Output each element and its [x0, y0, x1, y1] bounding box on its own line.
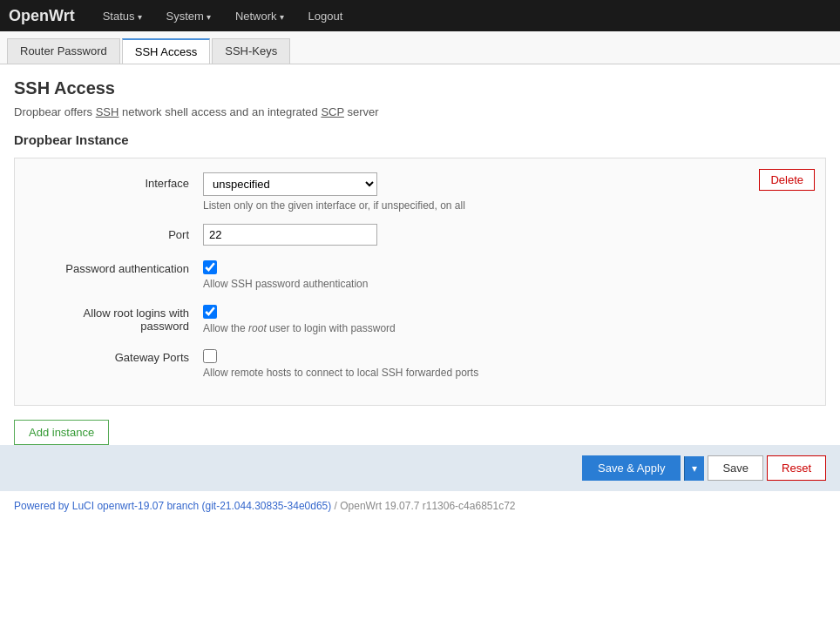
nav-item-status[interactable]: Status▾: [92, 3, 152, 30]
page-description: Dropbear offers SSH network shell access…: [14, 105, 826, 118]
gateway-ports-hint: Allow remote hosts to connect to local S…: [203, 367, 478, 379]
navbar: OpenWrt Status▾ System▾ Network▾ Logout: [0, 0, 840, 31]
brand-name: OpenWrt: [9, 7, 75, 24]
root-login-checkbox[interactable]: [203, 305, 217, 319]
nav-link-logout[interactable]: Logout: [298, 3, 354, 30]
password-auth-hint: Allow SSH password authentication: [203, 278, 368, 290]
nav-menu: Status▾ System▾ Network▾ Logout: [92, 3, 354, 30]
nav-item-network[interactable]: Network▾: [225, 3, 295, 30]
delete-button[interactable]: Delete: [759, 169, 815, 191]
gateway-ports-row: Gateway Ports Allow remote hosts to conn…: [29, 347, 811, 379]
root-italic: root: [248, 322, 267, 334]
dropbear-instance-form: Delete Interface unspecified loopback la…: [14, 158, 826, 406]
port-row: Port: [29, 224, 811, 246]
save-button[interactable]: Save: [708, 455, 763, 481]
password-auth-field: Allow SSH password authentication: [203, 258, 368, 290]
nav-item-logout[interactable]: Logout: [298, 3, 354, 30]
save-apply-dropdown-button[interactable]: ▾: [684, 456, 704, 481]
section-title: Dropbear Instance: [14, 132, 826, 147]
password-auth-checkbox[interactable]: [203, 260, 217, 274]
password-auth-row: Password authentication Allow SSH passwo…: [29, 258, 811, 290]
nav-link-network[interactable]: Network▾: [225, 3, 295, 30]
tab-ssh-access[interactable]: SSH Access: [122, 38, 211, 64]
page-title: SSH Access: [14, 78, 826, 98]
brand-logo[interactable]: OpenWrt: [9, 7, 75, 25]
footer-link[interactable]: Powered by LuCI openwrt-19.07 branch (gi…: [14, 500, 331, 512]
interface-field: unspecified loopback lan wan Listen only…: [203, 172, 465, 212]
port-input[interactable]: [203, 224, 377, 246]
save-apply-button[interactable]: Save & Apply: [582, 455, 681, 481]
interface-hint: Listen only on the given interface or, i…: [203, 199, 465, 212]
gateway-ports-checkbox[interactable]: [203, 349, 217, 363]
port-field: [203, 224, 377, 246]
main-content: SSH Access Dropbear offers SSH network s…: [0, 64, 840, 445]
password-auth-label: Password authentication: [29, 258, 203, 275]
nav-link-status[interactable]: Status▾: [92, 3, 152, 30]
interface-select[interactable]: unspecified loopback lan wan: [203, 172, 377, 196]
root-login-field: Allow the root user to login with passwo…: [203, 302, 396, 334]
nav-link-system[interactable]: System▾: [156, 3, 221, 30]
scp-abbrev: SCP: [321, 105, 344, 118]
gateway-ports-field: Allow remote hosts to connect to local S…: [203, 347, 478, 379]
action-bar: Save & Apply ▾ Save Reset: [0, 445, 840, 491]
root-login-label: Allow root logins with password: [29, 302, 203, 333]
reset-button[interactable]: Reset: [767, 455, 826, 481]
port-label: Port: [29, 224, 203, 241]
caret-icon: ▾: [138, 12, 142, 22]
tab-ssh-keys[interactable]: SSH-Keys: [212, 38, 290, 64]
nav-item-system[interactable]: System▾: [156, 3, 221, 30]
caret-icon: ▾: [280, 12, 284, 22]
root-login-row: Allow root logins with password Allow th…: [29, 302, 811, 334]
tab-bar: Router Password SSH Access SSH-Keys: [0, 31, 840, 64]
interface-label: Interface: [29, 172, 203, 190]
tab-router-password[interactable]: Router Password: [7, 38, 120, 64]
root-login-hint: Allow the root user to login with passwo…: [203, 322, 396, 334]
interface-row: Interface unspecified loopback lan wan L…: [29, 172, 811, 212]
ssh-abbrev: SSH: [96, 105, 119, 118]
gateway-ports-label: Gateway Ports: [29, 347, 203, 364]
footer-suffix: / OpenWrt 19.07.7 r11306-c4a6851c72: [331, 500, 515, 512]
footer: Powered by LuCI openwrt-19.07 branch (gi…: [0, 491, 840, 521]
caret-icon: ▾: [207, 12, 211, 22]
add-instance-button[interactable]: Add instance: [14, 420, 109, 445]
